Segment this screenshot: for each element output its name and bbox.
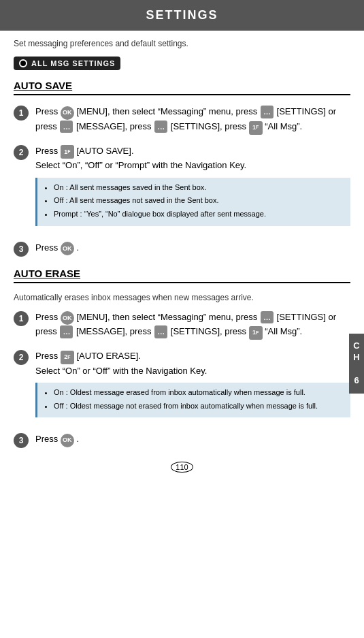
auto-erase-step-2: 2 Press 2F [AUTO ERASE].Select “On” or “… — [14, 349, 350, 423]
auto-erase-info-box: On : Oldest message erased from inbox au… — [35, 383, 350, 417]
ch-label: CH6 — [353, 340, 359, 385]
ok-button-icon-4: OK — [61, 434, 74, 447]
all-msg-settings-button[interactable]: ALL MSG SETTINGS — [14, 57, 120, 70]
auto-erase-subtitle: Automatically erases inbox messages when… — [14, 293, 350, 302]
ae-press-label: Press — [35, 312, 61, 322]
ae-info-item-2: Off : Oldest message not erased from inb… — [54, 400, 344, 413]
step-num-2: 2 — [14, 145, 29, 160]
auto-save-step-2-content: Press 1F [AUTO SAVE].Select “On”, “Off” … — [35, 144, 350, 232]
ae-step1-text: [MENU], then select “Messaging” menu, pr… — [74, 312, 260, 322]
auto-erase-step-3-content: Press OK . — [35, 432, 350, 447]
ae-press-label-2: Press — [35, 351, 61, 361]
options-btn-3: … — [154, 121, 167, 133]
info-item-3: Prompt : “Yes”, “No” dialogue box displa… — [54, 208, 344, 221]
1f-btn-2: 1F — [61, 145, 74, 159]
step1-text: [MENU], then select “Messaging” menu, pr… — [74, 106, 260, 116]
bullet-dot — [19, 59, 27, 67]
step1-text5: “All Msg”. — [263, 121, 303, 131]
info-item-1: On : All sent messages saved in the Sent… — [54, 182, 344, 194]
2f-btn: 2F — [61, 351, 74, 364]
1f-btn-1: 1F — [249, 121, 263, 135]
page-title: SETTINGS — [146, 8, 218, 22]
ae-step-num-1: 1 — [14, 311, 29, 326]
auto-save-step-3-content: Press OK . — [35, 241, 350, 256]
auto-save-step-1-content: Press OK [MENU], then select “Messaging”… — [35, 105, 350, 135]
ae-step1-text3: [MESSAGE], press — [73, 326, 154, 336]
all-msg-label: ALL MSG SETTINGS — [31, 59, 115, 67]
press-label-2: Press — [35, 146, 61, 156]
auto-save-step-3: 3 Press OK . — [14, 241, 350, 257]
ae-press-label-3: Press — [35, 434, 61, 444]
auto-erase-title: AUTO ERASE — [14, 268, 350, 283]
ae-step-num-2: 2 — [14, 350, 29, 365]
ok-button-icon-3: OK — [61, 311, 74, 325]
auto-erase-step-2-content: Press 2F [AUTO ERASE].Select “On” or “Of… — [35, 349, 350, 423]
ok-button-icon-2: OK — [61, 242, 74, 255]
step-num-1: 1 — [14, 106, 29, 121]
press-label-3: Press — [35, 242, 61, 253]
intro-text: Set messaging preferences and default se… — [14, 39, 350, 48]
auto-erase-step-3: 3 Press OK . — [14, 432, 350, 448]
auto-save-section: AUTO SAVE 1 Press OK [MENU], then select… — [14, 80, 350, 257]
step3-text: . — [74, 242, 79, 253]
ok-button-icon: OK — [61, 106, 74, 120]
auto-erase-section: AUTO ERASE Automatically erases inbox me… — [14, 268, 350, 449]
auto-erase-step-1-content: Press OK [MENU], then select “Messaging”… — [35, 310, 350, 340]
page-num-circle: 110 — [171, 462, 193, 473]
auto-erase-step-1: 1 Press OK [MENU], then select “Messagin… — [14, 310, 350, 340]
ae-step1-text4: [SETTINGS], press — [168, 326, 248, 336]
page-wrapper: SETTINGS Set messaging preferences and d… — [0, 0, 364, 638]
info-item-2: Off : All sent messages not saved in the… — [54, 195, 344, 207]
page-number: 110 — [14, 462, 350, 473]
step1-text4: [SETTINGS], press — [168, 121, 248, 131]
ae-step1-text5: “All Msg”. — [263, 326, 303, 336]
auto-save-step-2: 2 Press 1F [AUTO SAVE].Select “On”, “Off… — [14, 144, 350, 232]
ae-options-btn-2: … — [60, 325, 73, 338]
ae-options-btn-3: … — [154, 325, 167, 338]
auto-save-title: AUTO SAVE — [14, 80, 350, 95]
auto-save-step-1: 1 Press OK [MENU], then select “Messagin… — [14, 105, 350, 135]
page-header: SETTINGS — [0, 0, 364, 31]
main-content: Set messaging preferences and default se… — [0, 31, 364, 486]
ae-options-btn-1: … — [261, 311, 274, 324]
ae-1f-btn: 1F — [249, 326, 263, 340]
ae-step3-text: . — [74, 434, 79, 444]
press-label: Press — [35, 106, 61, 116]
options-btn-2: … — [60, 121, 73, 133]
options-btn-1: … — [261, 106, 274, 118]
ae-info-item-1: On : Oldest message erased from inbox au… — [54, 387, 344, 399]
chapter-tab: CH6 — [349, 334, 364, 394]
ae-step-num-3: 3 — [14, 433, 29, 448]
step-num-3: 3 — [14, 242, 29, 257]
step1-text3: [MESSAGE], press — [73, 121, 154, 131]
auto-save-info-box: On : All sent messages saved in the Sent… — [35, 178, 350, 226]
